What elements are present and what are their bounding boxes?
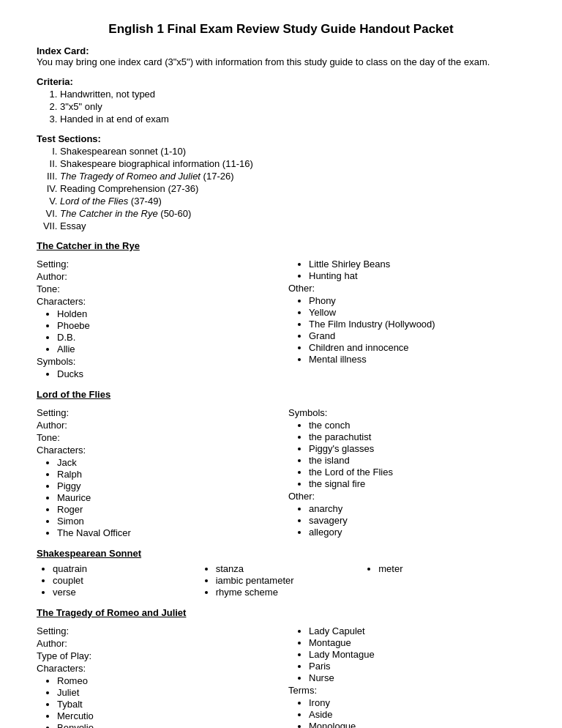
- catcher-tone-label: Tone:: [37, 283, 274, 294]
- list-item: Maurice: [57, 492, 274, 503]
- list-item: Monologue: [309, 721, 525, 728]
- list-item: Handwritten, not typed: [60, 89, 525, 100]
- list-item: Ralph: [57, 469, 274, 480]
- catcher-left: Setting: Author: Tone: Characters: Holde…: [37, 257, 281, 380]
- list-item: Phoebe: [57, 320, 274, 331]
- list-item: stanza: [216, 563, 363, 574]
- list-item: Piggy: [57, 480, 274, 491]
- list-item: savagery: [309, 515, 525, 526]
- romeo-characters-more-list: Lady Capulet Montague Lady Montague Pari…: [309, 625, 525, 683]
- lotf-other-label: Other:: [288, 491, 525, 502]
- lotf-author-label: Author:: [37, 420, 274, 431]
- catcher-characters-label: Characters:: [37, 296, 274, 307]
- list-item: rhyme scheme: [216, 587, 363, 598]
- list-item: meter: [378, 563, 525, 574]
- list-item: the conch: [309, 420, 525, 431]
- catcher-right: Little Shirley Beans Hunting hat Other: …: [281, 257, 525, 380]
- sonnet-col1: quatrain couplet verse: [37, 562, 200, 598]
- romeo-left: Setting: Author: Type of Play: Character…: [37, 624, 281, 728]
- sonnet-list-1: quatrain couplet verse: [53, 563, 200, 598]
- catcher-content: Setting: Author: Tone: Characters: Holde…: [37, 257, 525, 380]
- sonnet-content: quatrain couplet verse stanza iambic pen…: [37, 562, 525, 598]
- catcher-right-top-list: Little Shirley Beans Hunting hat: [309, 259, 525, 281]
- catcher-section: The Catcher in the Rye Setting: Author: …: [37, 240, 525, 380]
- list-item: Grand: [309, 330, 525, 341]
- list-item: the parachutist: [309, 431, 525, 442]
- list-item: Little Shirley Beans: [309, 259, 525, 270]
- list-item: Holden: [57, 308, 274, 319]
- list-item: Lady Capulet: [309, 625, 525, 636]
- list-item: couplet: [53, 575, 200, 586]
- catcher-characters-list: Holden Phoebe D.B. Allie: [57, 308, 274, 354]
- list-item: Nurse: [309, 672, 525, 683]
- list-item: Allie: [57, 343, 274, 354]
- list-item: Lady Montague: [309, 649, 525, 660]
- list-item: Essay: [60, 220, 525, 231]
- list-item: Montague: [309, 637, 525, 648]
- list-item: anarchy: [309, 503, 525, 514]
- catcher-author-label: Author:: [37, 271, 274, 282]
- list-item: Yellow: [309, 307, 525, 318]
- sonnet-col3: meter: [362, 562, 525, 598]
- lotf-symbols-label: Symbols:: [288, 407, 525, 418]
- lotf-right: Symbols: the conch the parachutist Piggy…: [281, 406, 525, 539]
- index-card-heading: Index Card:: [37, 45, 89, 56]
- list-item: Roger: [57, 504, 274, 515]
- romeo-heading: The Tragedy of Romeo and Juliet: [37, 607, 525, 618]
- list-item: Juliet: [57, 687, 274, 698]
- sonnet-heading: Shakespearean Sonnet: [37, 548, 525, 559]
- criteria-section: Criteria: Handwritten, not typed 3"x5" o…: [37, 76, 525, 125]
- list-item: Reading Comprehension (27-36): [60, 183, 525, 194]
- test-sections-list: Shakespearean sonnet (1-10) Shakespeare …: [60, 146, 525, 231]
- list-item: the island: [309, 455, 525, 466]
- list-item: Hunting hat: [309, 270, 525, 281]
- romeo-right: Lady Capulet Montague Lady Montague Pari…: [281, 624, 525, 728]
- catcher-other-label: Other:: [288, 283, 525, 294]
- test-sections-heading: Test Sections:: [37, 133, 101, 144]
- list-item: Romeo: [57, 675, 274, 686]
- lotf-setting-label: Setting:: [37, 407, 274, 418]
- catcher-heading: The Catcher in the Rye: [37, 240, 525, 251]
- lotf-characters-label: Characters:: [37, 445, 274, 456]
- list-item: Jack: [57, 457, 274, 468]
- romeo-content: Setting: Author: Type of Play: Character…: [37, 624, 525, 728]
- catcher-symbols-list: Ducks: [57, 368, 274, 379]
- lotf-other-list: anarchy savagery allegory: [309, 503, 525, 538]
- romeo-terms-label: Terms:: [288, 685, 525, 696]
- test-sections-section: Test Sections: Shakespearean sonnet (1-1…: [37, 133, 525, 231]
- index-card-section: Index Card: You may bring one index card…: [37, 45, 525, 67]
- catcher-setting-label: Setting:: [37, 259, 274, 270]
- lotf-content: Setting: Author: Tone: Characters: Jack …: [37, 406, 525, 539]
- romeo-characters-list: Romeo Juliet Tybalt Mercutio Benvolio Fr…: [57, 675, 274, 728]
- list-item: quatrain: [53, 563, 200, 574]
- lotf-tone-label: Tone:: [37, 432, 274, 443]
- list-item: the signal fire: [309, 478, 525, 489]
- list-item: Aside: [309, 709, 525, 720]
- romeo-type-label: Type of Play:: [37, 650, 274, 661]
- list-item: Tybalt: [57, 699, 274, 710]
- list-item: Shakespearean sonnet (1-10): [60, 146, 525, 157]
- romeo-author-label: Author:: [37, 638, 274, 649]
- list-item: The Catcher in the Rye (50-60): [60, 208, 525, 219]
- list-item: Children and innocence: [309, 342, 525, 353]
- list-item: iambic pentameter: [216, 575, 363, 586]
- list-item: The Tragedy of Romeo and Juliet (17-26): [60, 171, 525, 182]
- list-item: Piggy's glasses: [309, 443, 525, 454]
- lotf-symbols-list: the conch the parachutist Piggy's glasse…: [309, 420, 525, 489]
- lotf-section: Lord of the Flies Setting: Author: Tone:…: [37, 389, 525, 539]
- romeo-setting-label: Setting:: [37, 625, 274, 636]
- romeo-section: The Tragedy of Romeo and Juliet Setting:…: [37, 607, 525, 728]
- list-item: allegory: [309, 527, 525, 538]
- list-item: Irony: [309, 697, 525, 708]
- list-item: Lord of the Flies (37-49): [60, 196, 525, 207]
- list-item: Mental illness: [309, 354, 525, 365]
- lotf-left: Setting: Author: Tone: Characters: Jack …: [37, 406, 281, 539]
- list-item: Benvolio: [57, 722, 274, 728]
- list-item: The Naval Officer: [57, 527, 274, 538]
- list-item: Handed in at end of exam: [60, 114, 525, 125]
- list-item: Shakespeare biographical information (11…: [60, 158, 525, 169]
- list-item: The Film Industry (Hollywood): [309, 319, 525, 330]
- lotf-characters-list: Jack Ralph Piggy Maurice Roger Simon The…: [57, 457, 274, 538]
- list-item: verse: [53, 587, 200, 598]
- romeo-terms-list: Irony Aside Monologue Soliloquy Pun: [309, 697, 525, 728]
